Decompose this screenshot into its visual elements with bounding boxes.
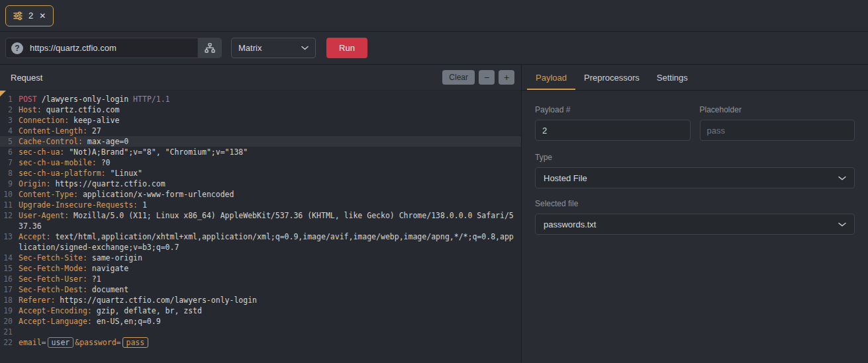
workflow-button[interactable] bbox=[197, 38, 221, 58]
editor-line[interactable]: 15Sec-Fetch-Mode: navigate bbox=[0, 263, 521, 274]
editor-line[interactable]: 12User-Agent: Mozilla/5.0 (X11; Linux x8… bbox=[0, 210, 521, 231]
line-content: Accept: text/html,application/xhtml+xml,… bbox=[19, 231, 521, 253]
type-select-value: Hosted File bbox=[544, 173, 587, 183]
tab-payload[interactable]: Payload bbox=[527, 65, 575, 90]
type-label: Type bbox=[535, 153, 855, 162]
editor-line[interactable]: 16Sec-Fetch-User: ?1 bbox=[0, 274, 521, 284]
editor-line[interactable]: 11Upgrade-Insecure-Requests: 1 bbox=[0, 200, 521, 210]
run-button[interactable]: Run bbox=[326, 38, 367, 58]
chevron-down-icon bbox=[301, 46, 309, 50]
line-content: Host: quartz.ctfio.com bbox=[19, 104, 521, 115]
line-content: Origin: https://quartz.ctfio.com bbox=[19, 179, 521, 189]
session-tab[interactable]: 2 ✕ bbox=[5, 5, 54, 26]
selected-file-label: Selected file bbox=[535, 199, 855, 208]
line-content: Sec-Fetch-Site: same-origin bbox=[19, 253, 521, 263]
line-number: 10 bbox=[0, 189, 19, 200]
line-number: 22 bbox=[0, 337, 19, 348]
editor-line[interactable]: 10Content-Type: application/x-www-form-u… bbox=[0, 189, 521, 200]
line-content: Sec-Fetch-Mode: navigate bbox=[19, 263, 521, 274]
request-panel-actions: Clear − + bbox=[442, 70, 514, 85]
payload-form: Payload # Placeholder Type Hosted File bbox=[522, 91, 868, 245]
increase-font-button[interactable]: + bbox=[499, 70, 514, 85]
line-number: 12 bbox=[0, 210, 19, 231]
editor-line[interactable]: 17Sec-Fetch-Dest: document bbox=[0, 284, 521, 295]
line-content: User-Agent: Mozilla/5.0 (X11; Linux x86_… bbox=[19, 210, 521, 231]
editor-line[interactable]: 19Accept-Encoding: gzip, deflate, br, zs… bbox=[0, 305, 521, 316]
editor-line[interactable]: 18Referer: https://quartz.ctfio.com/lawy… bbox=[0, 295, 521, 305]
line-number: 3 bbox=[0, 115, 19, 126]
editor-line[interactable]: 20Accept-Language: en-US,en;q=0.9 bbox=[0, 316, 521, 327]
line-number: 4 bbox=[0, 126, 19, 136]
payload-number-input[interactable] bbox=[535, 120, 691, 141]
help-icon[interactable]: ? bbox=[11, 42, 23, 54]
placeholder-label: Placeholder bbox=[700, 105, 855, 114]
editor-line[interactable]: 3Connection: keep-alive bbox=[0, 115, 521, 126]
line-number: 20 bbox=[0, 316, 19, 327]
selected-file-select[interactable]: passwords.txt bbox=[535, 214, 855, 235]
clear-button[interactable]: Clear bbox=[442, 70, 475, 85]
line-number: 15 bbox=[0, 263, 19, 274]
type-select[interactable]: Hosted File bbox=[535, 167, 855, 188]
editor-line[interactable]: 5Cache-Control: max-age=0 bbox=[0, 136, 521, 147]
line-number: 2 bbox=[0, 104, 19, 115]
editor-line[interactable]: 8sec-ch-ua-platform: "Linux" bbox=[0, 168, 521, 179]
line-content: Accept-Language: en-US,en;q=0.9 bbox=[19, 316, 521, 327]
line-number: 18 bbox=[0, 295, 19, 305]
line-content: sec-ch-ua-mobile: ?0 bbox=[19, 157, 521, 168]
line-content: Sec-Fetch-User: ?1 bbox=[19, 274, 521, 284]
editor-line[interactable]: 2Host: quartz.ctfio.com bbox=[0, 104, 521, 115]
editor-line[interactable]: 1POST /lawyers-only-login HTTP/1.1 bbox=[0, 94, 521, 104]
decrease-font-button[interactable]: − bbox=[479, 70, 495, 85]
line-number: 5 bbox=[0, 136, 19, 147]
tab-preprocessors[interactable]: Preprocessors bbox=[575, 65, 648, 90]
line-content: Referer: https://quartz.ctfio.com/lawyer… bbox=[19, 295, 521, 305]
sliders-icon bbox=[13, 11, 23, 20]
line-number: 9 bbox=[0, 179, 19, 189]
line-number: 8 bbox=[0, 168, 19, 179]
request-panel: Request Clear − + 1POST /lawyers-only-lo… bbox=[0, 65, 522, 362]
line-content: Content-Type: application/x-www-form-url… bbox=[19, 189, 521, 200]
editor-line[interactable]: 6sec-ch-ua: "Not)A;Brand";v="8", "Chromi… bbox=[0, 147, 521, 157]
line-content: sec-ch-ua: "Not)A;Brand";v="8", "Chromiu… bbox=[19, 147, 521, 157]
request-editor[interactable]: 1POST /lawyers-only-login HTTP/1.12Host:… bbox=[0, 91, 521, 362]
type-field: Type Hosted File bbox=[535, 153, 855, 188]
editor-line[interactable]: 14Sec-Fetch-Site: same-origin bbox=[0, 253, 521, 263]
toolbar: ? Matrix Run bbox=[0, 32, 868, 65]
line-content: Upgrade-Insecure-Requests: 1 bbox=[19, 200, 521, 210]
strategy-select[interactable]: Matrix bbox=[231, 38, 316, 58]
editor-line[interactable]: 22email=user&password=pass bbox=[0, 337, 521, 348]
line-content: Sec-Fetch-Dest: document bbox=[19, 284, 521, 295]
line-number: 13 bbox=[0, 231, 19, 253]
editor-line[interactable]: 4Content-Length: 27 bbox=[0, 126, 521, 136]
placeholder-field: Placeholder bbox=[700, 105, 855, 141]
line-content: sec-ch-ua-platform: "Linux" bbox=[19, 168, 521, 179]
request-panel-title: Request bbox=[11, 73, 42, 83]
line-content bbox=[19, 327, 521, 337]
sitemap-icon bbox=[205, 43, 215, 53]
line-content: Accept-Encoding: gzip, deflate, br, zstd bbox=[19, 305, 521, 316]
editor-line[interactable]: 13Accept: text/html,application/xhtml+xm… bbox=[0, 231, 521, 253]
line-content: email=user&password=pass bbox=[19, 337, 521, 348]
close-icon[interactable]: ✕ bbox=[39, 12, 46, 20]
line-content: Cache-Control: max-age=0 bbox=[19, 136, 521, 147]
url-input[interactable] bbox=[28, 38, 197, 58]
line-number: 7 bbox=[0, 157, 19, 168]
selected-file-value: passwords.txt bbox=[544, 220, 596, 229]
chevron-down-icon bbox=[838, 222, 846, 227]
strategy-select-value: Matrix bbox=[238, 43, 262, 53]
line-number: 19 bbox=[0, 305, 19, 316]
line-content: POST /lawyers-only-login HTTP/1.1 bbox=[19, 94, 521, 104]
editor-line[interactable]: 7sec-ch-ua-mobile: ?0 bbox=[0, 157, 521, 168]
editor-corner-marker bbox=[0, 91, 6, 97]
placeholder-input[interactable] bbox=[700, 120, 855, 141]
editor-line[interactable]: 9Origin: https://quartz.ctfio.com bbox=[0, 179, 521, 189]
url-bar: ? bbox=[5, 38, 222, 58]
tab-settings[interactable]: Settings bbox=[648, 65, 697, 90]
session-tabbar: 2 ✕ bbox=[0, 0, 868, 32]
line-number: 14 bbox=[0, 253, 19, 263]
line-number: 17 bbox=[0, 284, 19, 295]
session-tab-label: 2 bbox=[28, 11, 33, 20]
line-number: 21 bbox=[0, 327, 19, 337]
line-number: 11 bbox=[0, 200, 19, 210]
editor-line[interactable]: 21 bbox=[0, 327, 521, 337]
